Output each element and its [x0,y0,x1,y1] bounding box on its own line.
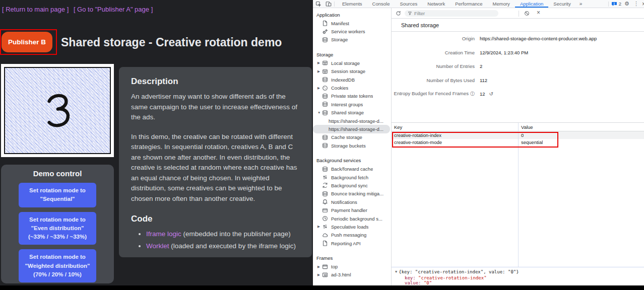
cookie-icon [322,85,328,91]
more-tabs-chevron[interactable]: » [576,1,586,7]
tabbar-right-divider [608,2,609,7]
expand-right-icon[interactable]: ▶ [317,225,322,229]
tab-console[interactable]: Console [367,0,395,8]
expand-right-icon[interactable]: ▶ [317,265,322,269]
tab-network[interactable]: Network [422,0,450,8]
sidebar-item-cookies[interactable]: ▶Cookies [313,84,391,92]
sidebar-item-periodic-background-s[interactable]: Periodic background s... [313,214,391,223]
settings-gear-icon[interactable]: ⚙ [624,1,629,7]
tab-performance[interactable]: Performance [450,0,487,8]
inspect-element-icon[interactable] [315,1,321,7]
worklet-link[interactable]: Worklet [146,242,169,250]
tab-elements[interactable]: Elements [337,0,367,8]
delete-selected-icon[interactable]: × [537,9,540,16]
table-icon [322,68,328,75]
filter-placeholder: Filter [414,11,425,16]
sidebar-item-reporting-api[interactable]: Reporting API [313,239,391,247]
iframe-logic-link[interactable]: Iframe logic [146,230,181,238]
sidebar-item-cache-storage[interactable]: Cache storage [313,133,391,141]
preview-summary[interactable]: ▼{key: "creative-rotation-index", value:… [395,269,644,275]
screen: [ Return to main page ] [ Go to "Publish… [0,0,644,290]
sidebar-item-private-state-tokens[interactable]: Private state tokens [313,92,391,100]
clear-all-icon[interactable] [524,11,530,16]
code-links-list: Iframe logic (embedded into the publishe… [146,229,300,252]
set-even-distribution-button[interactable]: Set rotation mode to"Even distribution"(… [19,212,96,245]
close-devtools-icon[interactable]: × [642,1,644,8]
expand-right-icon[interactable]: ▶ [317,273,322,277]
description-paragraph-2: In this demo, the creative can be rotate… [131,132,300,204]
value-column-header[interactable]: Value [518,124,533,130]
demo-control-title: Demo control [1,165,114,178]
return-to-main-page-link[interactable]: [ Return to main page ] [2,6,69,13]
issues-icon[interactable] [611,1,617,7]
preview-properties: key: "creative-rotation-index"value: "0" [395,275,644,286]
set-weighted-distribution-button[interactable]: Set rotation mode to"Weighted distributi… [19,249,96,282]
sidebar-item-bounce-tracking-mitiga[interactable]: Bounce tracking mitiga... [313,190,391,198]
devtools-tabs: ElementsConsoleSourcesNetworkPerformance… [337,0,576,8]
sidebar-item-background-fetch[interactable]: Background fetch [313,173,391,181]
updown-icon [322,224,328,230]
description-heading: Description [131,77,300,87]
reset-budget-icon[interactable]: ↺ [489,91,493,97]
tab-sources[interactable]: Sources [395,0,422,8]
expand-right-icon[interactable]: ▶ [317,61,322,65]
sidebar-item-interest-groups[interactable]: Interest groups [313,100,391,108]
filter-input[interactable]: Filter [405,10,498,17]
sidebar-item-back-forward-cache[interactable]: Back/forward cache [313,165,391,173]
sidebar-item-push-messaging[interactable]: Push messaging [313,231,391,239]
demo-control-buttons: Set rotation mode to"Sequential"Set rota… [1,183,114,282]
info-icon[interactable]: ⓘ [470,91,475,96]
shared-storage-metadata: Originhttps://shared-storage-demo-conten… [392,32,644,101]
expand-triangle-icon[interactable]: ▼ [395,269,397,275]
set-sequential-button[interactable]: Set rotation mode to"Sequential" [19,183,96,207]
tab-security[interactable]: Security [548,0,575,8]
iframe-icon [322,272,328,278]
expand-right-icon[interactable]: ▶ [317,86,322,90]
ad-creative-frame [1,64,114,157]
sidebar-item-shared-storage[interactable]: ▼Shared storage [313,109,391,117]
sidebar-item-payment-handler[interactable]: Payment handler [313,206,391,214]
sidebar-item-https-shared-storage-d[interactable]: https://shared-storage-d... [313,125,390,133]
clock-icon [322,215,328,222]
sidebar-item-notifications[interactable]: Notifications [313,198,391,206]
devtools-window: ElementsConsoleSourcesNetworkPerformance… [313,0,644,290]
devtools-tabbar: ElementsConsoleSourcesNetworkPerformance… [313,0,644,8]
sidebar-item-ad-3-html[interactable]: ▶ad-3.html [313,271,391,279]
more-options-icon[interactable]: ⋮ [633,1,639,7]
sidebar-section-background-services: Background servicesBack/forward cacheBac… [313,156,391,247]
expand-right-icon[interactable]: ▶ [317,69,322,74]
table-column-divider[interactable] [518,123,519,267]
publisher-page: [ Return to main page ] [ Go to "Publish… [0,0,313,290]
refresh-icon[interactable] [396,11,401,16]
creative-number-3-drawing [36,88,79,134]
code-bullet-worklet: Worklet (loaded and executed by the ifra… [146,241,300,252]
sidebar-item-storage-buckets[interactable]: Storage buckets [313,141,391,150]
sidebar-item-storage[interactable]: Storage [313,36,391,44]
issues-count: 2 [619,1,621,7]
sidebar-item-background-sync[interactable]: Background sync [313,181,391,189]
sidebar-item-manifest[interactable]: Manifest [313,19,391,27]
sidebar-item-speculative-loads[interactable]: ▶Speculative loads [313,223,391,231]
sidebar-item-service-workers[interactable]: Service workers [313,27,391,35]
expand-down-icon[interactable]: ▼ [317,111,322,114]
sidebar-item-session-storage[interactable]: ▶Session storage [313,67,391,76]
file-icon [322,240,328,246]
preview-prop-value: value: "0" [395,280,644,286]
description-paragraph-1: An advertiser may want to show different… [131,92,300,123]
device-toolbar-icon[interactable] [326,1,332,7]
sidebar-section-storage: Storage▶Local storage▶Session storageInd… [313,50,391,150]
tab-application[interactable]: Application [515,0,548,8]
tab-memory[interactable]: Memory [488,0,515,8]
sidebar-item-local-storage[interactable]: ▶Local storage [313,59,391,67]
db-icon [322,101,328,107]
sidebar-item-https-shared-storage-d[interactable]: https://shared-storage-d... [313,117,391,125]
filter-funnel-icon [408,11,412,16]
shared-storage-table: Key Value creative-rotation-index0creati… [392,122,644,267]
sidebar-item-top[interactable]: ▶top [313,262,391,270]
sidebar-item-indexeddb[interactable]: IndexedDB [313,76,391,84]
go-to-publisher-a-link[interactable]: [ Go to "Publisher A" page ] [74,6,153,13]
db-icon [322,110,328,116]
key-column-header[interactable]: Key [392,124,518,130]
sidebar-header-frames: Frames [313,253,391,262]
db-icon [322,37,328,43]
